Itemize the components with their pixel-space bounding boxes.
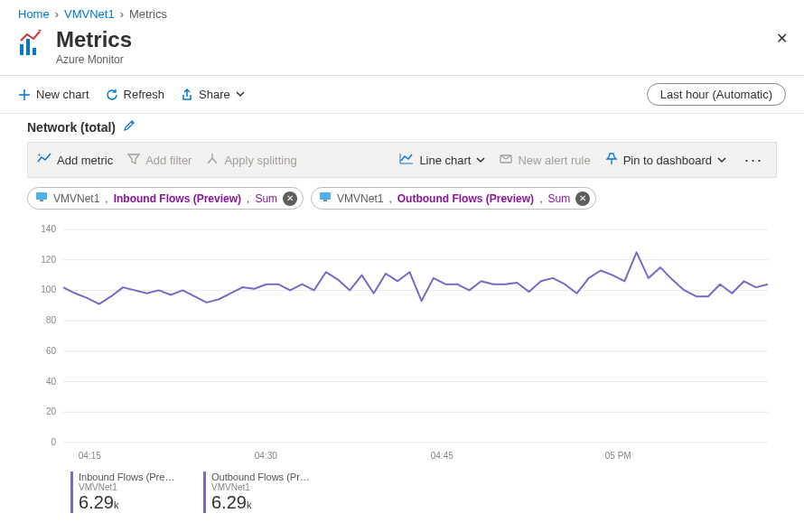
metrics-icon (18, 28, 47, 57)
legend-series-resource: VMVNet1 (211, 482, 311, 492)
legend-series-value: 6.29 (211, 492, 247, 512)
breadcrumb-current: Metrics (129, 7, 167, 21)
chart-svg: 02040608010012014004:1504:3004:4505 PM (27, 220, 777, 464)
svg-rect-2 (33, 48, 36, 55)
pin-to-dashboard-button[interactable]: Pin to dashboard (605, 153, 726, 168)
svg-rect-6 (36, 192, 47, 200)
svg-rect-0 (20, 44, 23, 55)
legend-series-unit: k (114, 499, 119, 510)
time-range-picker[interactable]: Last hour (Automatic) (647, 83, 786, 106)
chip-resource: VMVNet1 (337, 192, 383, 205)
legend-series-unit: k (247, 499, 252, 510)
legend-item[interactable]: Inbound Flows (Previ... VMVNet1 6.29k (70, 471, 178, 513)
svg-rect-7 (40, 200, 43, 201)
breadcrumb-home[interactable]: Home (18, 7, 50, 21)
remove-chip-button[interactable]: ✕ (283, 191, 297, 206)
edit-title-button[interactable] (123, 119, 136, 135)
svg-text:04:30: 04:30 (255, 451, 277, 461)
chip-resource: VMVNet1 (53, 192, 99, 205)
page-subtitle: Azure Monitor (56, 53, 132, 66)
chevron-down-icon (236, 88, 245, 101)
pin-label: Pin to dashboard (623, 154, 712, 167)
svg-text:04:45: 04:45 (431, 451, 453, 461)
chart-toolbar: + Add metric Add filter Apply splitting … (27, 142, 777, 178)
share-button[interactable]: Share (181, 88, 245, 101)
svg-text:0: 0 (51, 437, 56, 447)
metric-chip[interactable]: VMVNet1, Outbound Flows (Preview), Sum ✕ (311, 187, 596, 210)
share-icon (181, 89, 193, 101)
chevron-down-icon (717, 154, 726, 167)
close-button[interactable]: ✕ (776, 30, 788, 47)
refresh-icon (106, 89, 118, 101)
svg-text:04:15: 04:15 (79, 451, 101, 461)
svg-text:80: 80 (46, 316, 57, 326)
chip-aggregation: Sum (255, 192, 277, 205)
svg-text:120: 120 (41, 255, 56, 265)
svg-text:20: 20 (46, 407, 57, 417)
svg-text:100: 100 (41, 285, 56, 295)
add-metric-icon: + (37, 153, 51, 168)
alert-icon (500, 153, 512, 168)
chart-legend: Inbound Flows (Previ... VMVNet1 6.29k Ou… (0, 468, 804, 527)
new-chart-label: New chart (36, 88, 89, 101)
plus-icon (18, 89, 31, 101)
new-alert-rule-button[interactable]: New alert rule (500, 153, 590, 168)
split-icon (206, 153, 219, 168)
chart-type-label: Line chart (419, 154, 471, 167)
page-header: Metrics Azure Monitor ✕ (0, 24, 804, 75)
apply-splitting-button[interactable]: Apply splitting (206, 153, 296, 168)
chart-type-dropdown[interactable]: Line chart (399, 153, 485, 168)
share-label: Share (199, 88, 230, 101)
chip-aggregation: Sum (547, 192, 570, 205)
svg-text:+: + (37, 151, 42, 159)
metric-chips: VMVNet1, Inbound Flows (Preview), Sum ✕ … (0, 178, 804, 213)
vm-icon (35, 191, 48, 206)
metric-chip[interactable]: VMVNet1, Inbound Flows (Preview), Sum ✕ (27, 187, 304, 210)
chip-metric: Inbound Flows (Preview) (114, 192, 241, 205)
chevron-right-icon: › (55, 7, 59, 21)
pin-icon (605, 153, 618, 168)
line-chart: 02040608010012014004:1504:3004:4505 PM (0, 213, 804, 468)
chevron-right-icon: › (120, 7, 124, 21)
chip-metric: Outbound Flows (Preview) (397, 192, 534, 205)
svg-rect-1 (26, 39, 30, 55)
add-filter-label: Add filter (145, 154, 192, 167)
new-chart-button[interactable]: New chart (18, 88, 89, 101)
svg-rect-9 (323, 200, 327, 201)
breadcrumb: Home › VMVNet1 › Metrics (0, 0, 804, 24)
legend-series-name: Outbound Flows (Prev... (211, 471, 311, 482)
legend-item[interactable]: Outbound Flows (Prev... VMVNet1 6.29k (203, 471, 311, 513)
filter-icon (127, 153, 140, 168)
remove-chip-button[interactable]: ✕ (575, 191, 590, 206)
legend-series-name: Inbound Flows (Previ... (79, 471, 178, 482)
svg-text:40: 40 (46, 377, 57, 387)
chevron-down-icon (476, 154, 485, 167)
breadcrumb-resource[interactable]: VMVNet1 (64, 7, 115, 21)
legend-series-resource: VMVNet1 (79, 482, 178, 492)
add-filter-button[interactable]: Add filter (127, 153, 192, 168)
line-chart-icon (399, 153, 414, 168)
new-alert-rule-label: New alert rule (518, 154, 590, 167)
command-bar: New chart Refresh Share Last hour (Autom… (0, 76, 804, 113)
svg-text:60: 60 (46, 346, 57, 356)
svg-text:05 PM: 05 PM (605, 451, 631, 461)
chart-title: Network (total) (27, 120, 116, 135)
legend-series-value: 6.29 (79, 492, 114, 512)
page-title: Metrics (56, 28, 132, 51)
vm-icon (319, 191, 332, 206)
refresh-button[interactable]: Refresh (106, 88, 165, 101)
add-metric-button[interactable]: + Add metric (37, 153, 113, 168)
refresh-label: Refresh (124, 88, 165, 101)
more-options-button[interactable]: ··· (741, 151, 767, 170)
svg-marker-3 (38, 30, 42, 32)
chart-title-row: Network (total) (0, 114, 804, 142)
apply-splitting-label: Apply splitting (224, 154, 296, 167)
svg-rect-8 (320, 192, 331, 200)
svg-text:140: 140 (41, 224, 56, 234)
add-metric-label: Add metric (57, 154, 113, 167)
